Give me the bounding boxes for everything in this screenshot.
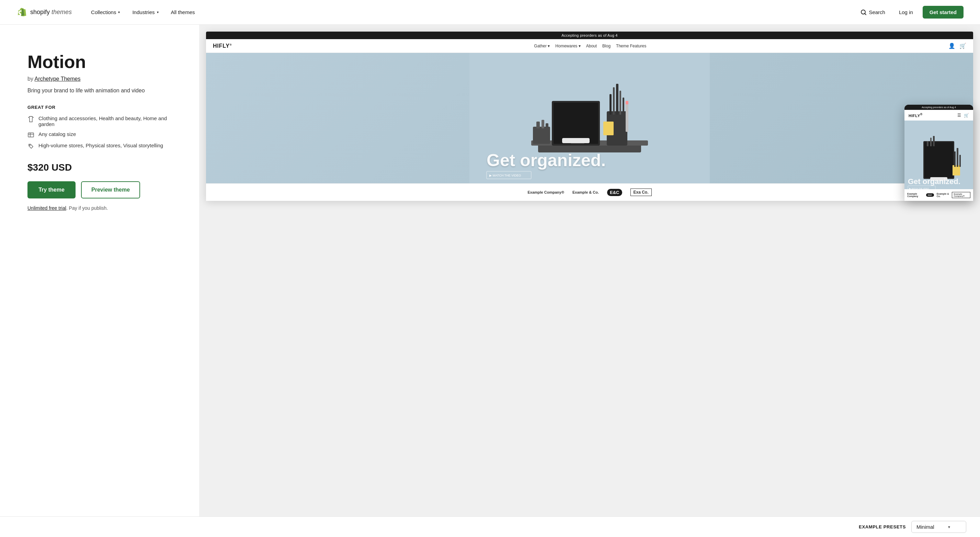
theme-info-panel: Motion by Archetype Themes Bring your br…: [0, 25, 199, 537]
tag-icon: [27, 143, 34, 150]
shopify-logo-icon: [16, 7, 27, 18]
try-theme-button[interactable]: Try theme: [27, 181, 76, 199]
svg-rect-31: [924, 142, 953, 178]
cta-buttons: Try theme Preview theme: [27, 181, 178, 199]
desktop-preview: Accepting preorders as of Aug 4 HIFLY® G…: [206, 32, 973, 201]
svg-rect-2: [28, 133, 33, 137]
svg-point-5: [30, 145, 30, 146]
logo[interactable]: shopify themes: [16, 7, 72, 18]
preview-wrapper: Accepting preorders as of Aug 4 HIFLY® G…: [199, 32, 980, 201]
mobile-logo-2: E&C: [926, 193, 934, 197]
logo-italic: themes: [51, 9, 72, 16]
svg-rect-22: [533, 127, 550, 144]
preview-cart-icon: 🛒: [959, 43, 966, 49]
svg-rect-21: [626, 101, 628, 104]
mobile-logo-4: Example Company®: [952, 192, 970, 198]
presets-chevron-icon: ▾: [948, 524, 950, 529]
svg-rect-17: [619, 91, 621, 115]
industries-chevron-icon: ▾: [157, 10, 159, 14]
logo-example-company: Example Company®: [527, 190, 564, 194]
presets-label: EXAMPLE PRESETS: [859, 524, 906, 529]
svg-rect-37: [954, 151, 956, 167]
nav-links: Collections ▾ Industries ▾ All themes: [86, 6, 856, 18]
logo-example-co: Example & Co.: [573, 190, 599, 194]
svg-rect-25: [546, 123, 548, 129]
main-content: Motion by Archetype Themes Bring your br…: [0, 25, 980, 537]
svg-rect-33: [930, 138, 932, 146]
preview-nav: HIFLY® Gather ▾ Homewares ▾ About Blog T…: [206, 39, 973, 53]
mobile-preview: Accepting preorders as of Aug 4 HIFLY® ☰…: [904, 105, 973, 201]
great-for-label: GREAT FOR: [27, 105, 178, 110]
preview-nav-links: Gather ▾ Homewares ▾ About Blog Theme Fe…: [534, 44, 646, 48]
feature-catalog: Any catalog size: [27, 131, 178, 138]
mobile-hero: Get organized. ▶ WATCH THE VIDEO: [904, 121, 973, 189]
mobile-logos: Example Company E&C Example & Co. Exampl…: [904, 189, 973, 201]
logo-exa-co: Exa Co.: [630, 189, 652, 196]
preview-brand: HIFLY®: [213, 43, 232, 49]
svg-rect-10: [554, 103, 598, 144]
nav-all-themes[interactable]: All themes: [165, 6, 200, 18]
preview-account-icon: 👤: [948, 43, 955, 49]
preview-logos-bar: Example Company® Example & Co. E&C Exa C…: [206, 183, 973, 201]
get-started-button[interactable]: Get started: [923, 6, 964, 19]
svg-rect-20: [626, 101, 628, 132]
bottom-bar: EXAMPLE PRESETS Minimal ▾: [0, 516, 980, 537]
theme-preview-panel: Accepting preorders as of Aug 4 HIFLY® G…: [199, 25, 980, 537]
preview-theme-button[interactable]: Preview theme: [81, 181, 140, 199]
svg-rect-14: [609, 94, 612, 115]
features-list: Clothing and accessories, Health and bea…: [27, 115, 178, 150]
svg-rect-34: [933, 136, 935, 146]
mobile-cart-icon: 🛒: [964, 113, 969, 118]
svg-rect-36: [953, 165, 960, 175]
mobile-menu-icon: ☰: [957, 113, 961, 118]
theme-author: by Archetype Themes: [27, 76, 178, 82]
svg-rect-32: [927, 141, 929, 146]
trial-link[interactable]: Unlimited free trial: [27, 205, 66, 211]
mobile-logo-3: Example & Co.: [937, 192, 950, 197]
mobile-nav-icons: ☰ 🛒: [957, 113, 969, 118]
svg-text:Get organized.: Get organized.: [487, 151, 606, 170]
nav-collections[interactable]: Collections ▾: [86, 6, 125, 18]
svg-text:▶ WATCH THE VIDEO: ▶ WATCH THE VIDEO: [489, 174, 521, 177]
svg-rect-39: [959, 155, 961, 167]
mobile-logo-1: Example Company: [907, 192, 923, 197]
svg-rect-16: [616, 84, 619, 115]
preview-topbar: Accepting preorders as of Aug 4: [206, 32, 973, 39]
catalog-icon: [27, 132, 34, 138]
preview-nav-icons: 👤 🛒: [948, 43, 966, 49]
search-icon: [861, 9, 867, 16]
trial-text: Unlimited free trial. Pay if you publish…: [27, 205, 178, 211]
shirt-icon: [27, 116, 34, 122]
mobile-hero-illustration: Get organized. ▶ WATCH THE VIDEO: [904, 121, 973, 189]
mobile-brand: HIFLY®: [908, 113, 923, 118]
logo-text: shopify themes: [30, 9, 72, 16]
mobile-nav: HIFLY® ☰ 🛒: [904, 110, 973, 121]
search-button[interactable]: Search: [856, 6, 889, 18]
mobile-topbar: Accepting preorders as of Aug 4: [904, 105, 973, 110]
navbar: shopify themes Collections ▾ Industries …: [0, 0, 980, 25]
svg-line-1: [865, 13, 866, 15]
svg-rect-18: [622, 97, 624, 115]
author-link[interactable]: Archetype Themes: [34, 76, 80, 82]
svg-rect-38: [957, 148, 958, 167]
theme-tagline: Bring your brand to life with animation …: [27, 87, 178, 94]
presets-dropdown[interactable]: Minimal ▾: [911, 521, 966, 533]
feature-stores: High-volume stores, Physical stores, Vis…: [27, 143, 178, 150]
collections-chevron-icon: ▾: [118, 10, 120, 14]
nav-right: Search Log in Get started: [856, 6, 964, 19]
svg-rect-23: [536, 122, 540, 129]
feature-clothing: Clothing and accessories, Health and bea…: [27, 115, 178, 127]
svg-rect-24: [541, 120, 544, 129]
hero-illustration: Get organized. ▶ WATCH THE VIDEO: [206, 53, 973, 183]
svg-text:▶ WATCH THE VIDEO: ▶ WATCH THE VIDEO: [909, 187, 929, 189]
logo-ec: E&C: [607, 189, 622, 196]
svg-rect-12: [562, 138, 590, 143]
login-link[interactable]: Log in: [895, 6, 917, 18]
svg-text:Get organized.: Get organized.: [908, 177, 961, 186]
nav-industries[interactable]: Industries ▾: [127, 6, 164, 18]
theme-price: $320 USD: [27, 162, 178, 173]
preview-hero: Get organized. ▶ WATCH THE VIDEO Example…: [206, 53, 973, 201]
theme-title: Motion: [27, 52, 178, 72]
presets-selected-value: Minimal: [916, 524, 934, 530]
svg-rect-15: [613, 87, 615, 115]
